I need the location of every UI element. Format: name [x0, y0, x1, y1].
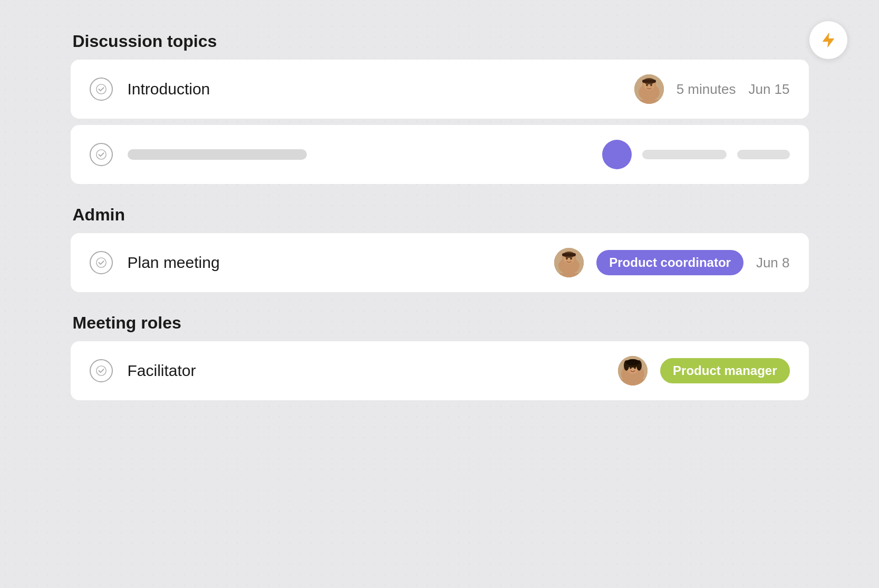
avatar-plan-meeting [554, 248, 584, 277]
check-icon-facilitator [90, 359, 113, 382]
badge-product-manager[interactable]: Product manager [660, 358, 789, 383]
meta-duration-introduction: 5 minutes [677, 81, 736, 98]
meta-date-introduction: Jun 15 [748, 81, 789, 98]
avatar-skeleton-circle [602, 140, 632, 169]
meta-date-plan-meeting: Jun 8 [756, 255, 790, 271]
svg-rect-22 [562, 253, 576, 256]
svg-point-12 [96, 258, 105, 267]
check-icon-plan-meeting [90, 251, 113, 274]
card-facilitator[interactable]: Facilitator [71, 341, 809, 400]
skeleton-label-bar [128, 149, 307, 160]
svg-rect-10 [642, 80, 656, 83]
item-right-skeleton [602, 140, 790, 169]
skeleton-meta2-bar [642, 150, 727, 159]
avatar-introduction [634, 74, 664, 104]
section-discussion-topics: Discussion topics Introduction [71, 32, 809, 184]
item-right-introduction: 5 minutes Jun 15 [634, 74, 790, 104]
item-label-facilitator: Facilitator [128, 362, 619, 380]
lightning-button[interactable] [809, 21, 847, 59]
skeleton-meta3-bar [737, 150, 790, 159]
section-title-admin: Admin [71, 205, 809, 225]
svg-rect-26 [621, 379, 644, 385]
check-icon-skeleton [90, 143, 113, 166]
badge-product-coordinator[interactable]: Product coordinator [596, 250, 743, 275]
check-icon-introduction [90, 78, 113, 101]
avatar-facilitator [618, 356, 648, 385]
svg-rect-17 [558, 273, 579, 277]
svg-point-11 [96, 150, 105, 159]
section-title-meeting-roles: Meeting roles [71, 313, 809, 333]
svg-point-23 [96, 366, 105, 375]
svg-point-33 [626, 359, 640, 365]
main-container: Discussion topics Introduction [71, 32, 809, 421]
svg-point-0 [96, 84, 105, 94]
svg-marker-34 [823, 33, 834, 47]
section-title-discussion: Discussion topics [71, 32, 809, 51]
card-introduction[interactable]: Introduction [71, 60, 809, 119]
item-right-plan-meeting: Product coordinator Jun 8 [554, 248, 789, 277]
item-right-facilitator: Product manager [618, 356, 789, 385]
card-skeleton [71, 125, 809, 184]
section-meeting-roles: Meeting roles Facilitator [71, 313, 809, 400]
svg-rect-5 [639, 100, 660, 104]
item-label-introduction: Introduction [128, 80, 634, 98]
item-label-plan-meeting: Plan meeting [128, 254, 555, 272]
card-plan-meeting[interactable]: Plan meeting [71, 233, 809, 292]
section-admin: Admin Plan meeting [71, 205, 809, 292]
